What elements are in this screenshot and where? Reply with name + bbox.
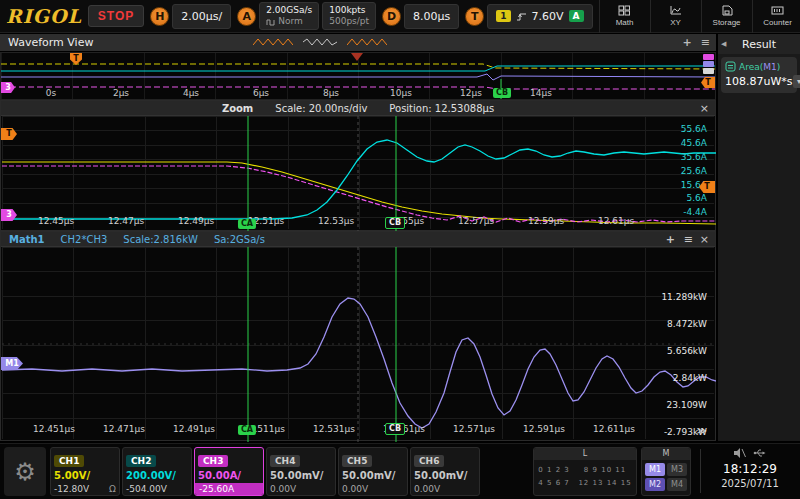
dropdown-icon[interactable]: ▾ [793, 75, 800, 88]
axis-label: 35.6A [681, 152, 707, 162]
overview-strip[interactable]: 0s 2μs 4μs 6μs 8μs 10μs 12μs 14μs T 3 CB… [0, 52, 716, 100]
storage-menu-button[interactable]: Storage [701, 0, 752, 33]
expand-icon[interactable]: ≫ [697, 425, 707, 436]
memory-depth-box[interactable]: 100kpts 500ps/pt [322, 2, 376, 31]
cursor-b-badge[interactable]: CB [385, 217, 405, 229]
rigol-logo: RIGOL [6, 5, 82, 27]
horizontal-scale-box[interactable]: 2.00μs/ [172, 4, 231, 29]
acquire-mode-icon [266, 18, 275, 26]
math4-button[interactable]: M4 [667, 478, 687, 491]
trigger-sweep-chip[interactable]: A [569, 10, 584, 23]
pan-icon[interactable]: + [666, 232, 675, 247]
channel-block-ch4[interactable]: CH4 50.00mV/ 0.00V [266, 447, 336, 496]
cursor-b-badge-overview[interactable]: CB [493, 88, 511, 98]
math1-button[interactable]: M1 [645, 463, 665, 476]
pan-icon[interactable]: + [683, 34, 692, 51]
close-icon[interactable]: × [700, 232, 709, 247]
sample-rate: 2.00GSa/s [266, 5, 312, 16]
channel-block-ch2[interactable]: CH2 200.00V/ -504.00V [122, 447, 192, 496]
cursor-b-badge[interactable]: CB [385, 423, 405, 435]
trigger-settings-box[interactable]: 1 7.60V A [487, 4, 592, 29]
counter-menu-button[interactable]: Counter [752, 0, 800, 33]
trigger-level: 7.60V [532, 10, 564, 23]
zoom-traces [2, 116, 716, 232]
time-label: 10μs [390, 88, 412, 98]
time-label: 12.531μs [313, 424, 355, 434]
trace-ch1 [2, 162, 716, 224]
marker-tag-purple [703, 61, 714, 67]
trace-ch3 [2, 166, 716, 222]
horizontal-controls: H 2.00μs/ [150, 4, 231, 29]
xy-menu-button[interactable]: XY [650, 0, 701, 33]
math-expression: CH2*CH3 [61, 234, 108, 245]
measurement-result-card[interactable]: Area(M1) 108.87uW*s ▾ [721, 57, 797, 93]
channel-block-ch5[interactable]: CH5 50.00mV/ 0.00V [338, 447, 408, 496]
clock-area: 18:12:29 2025/07/11 [703, 448, 797, 489]
axis-label: 55.6A [681, 124, 707, 134]
logic-analyzer-block[interactable]: L 0 1 2 3 4 5 6 7 8 9 10 11 12 13 14 15 [533, 447, 637, 496]
time-label: 12.53μs [318, 216, 354, 226]
storage-menu-label: Storage [713, 18, 741, 27]
tab-waveform-view[interactable]: Waveform View [0, 36, 93, 49]
system-date: 2025/07/11 [703, 478, 797, 489]
acquire-knob[interactable]: A [237, 7, 256, 26]
math-menu-button[interactable]: Math [599, 0, 650, 33]
math-scale: Scale:2.816kW [123, 234, 198, 245]
la-label: L [534, 448, 636, 460]
waveform-view-tabbar: Waveform View + ≡ [0, 34, 716, 51]
channel-block-ch3[interactable]: CH3 50.00A/ -25.60A [194, 447, 264, 496]
zoom-plot[interactable] [2, 116, 714, 229]
time-label: 12.57μs [458, 216, 494, 226]
channel-label: CH1 [54, 455, 84, 467]
delay-value-box[interactable]: 8.00μs [404, 4, 459, 29]
delay-position-marker[interactable] [351, 53, 363, 61]
acquire-mode: Norm [278, 16, 303, 27]
trigger-knob[interactable]: T [465, 7, 484, 26]
math-plot[interactable] [2, 247, 714, 439]
trace-m1 [2, 298, 716, 428]
channel-label: CH2 [126, 455, 156, 467]
math-header[interactable]: Math1 CH2*CH3 Scale:2.816kW Sa:2GSa/s + … [1, 232, 715, 247]
math2-button[interactable]: M2 [645, 478, 665, 491]
channel-offset: 0.00V [342, 483, 404, 495]
la-digits-0-7[interactable]: 0 1 2 3 4 5 6 7 [538, 464, 570, 489]
settings-gear-button[interactable]: ⚙ [4, 447, 46, 496]
channel-offset: -504.00V [126, 483, 188, 495]
cursor-a-badge[interactable]: CA [238, 219, 256, 229]
counter-menu-label: Counter [763, 18, 791, 27]
math-panel: Math1 CH2*CH3 Scale:2.816kW Sa:2GSa/s + … [0, 231, 716, 441]
menu-icon[interactable]: ≡ [701, 34, 710, 51]
zoom-panel: Zoom Scale: 20.00ns/div Position: 12.530… [0, 100, 716, 231]
math3-button[interactable]: M3 [667, 463, 687, 476]
run-stop-button[interactable]: STOP [88, 5, 144, 27]
cursor-a-badge[interactable]: CA [238, 425, 256, 435]
trigger-controls: T 1 7.60V A [465, 4, 592, 29]
axis-label: 8.472kW [667, 319, 707, 329]
m-label: M [642, 448, 690, 460]
measurement-value: 108.87uW*s [725, 75, 793, 88]
collapse-icon[interactable]: ◀ [721, 40, 726, 48]
zoom-title: Zoom [222, 103, 253, 114]
marker-tag-white [703, 68, 714, 74]
channel-block-ch1[interactable]: CH1 5.00V/ -12.80V Ω [50, 447, 120, 496]
sample-rate-box[interactable]: 2.00GSa/s Norm [259, 2, 319, 31]
menu-icon[interactable]: ≡ [684, 232, 693, 247]
waveform-pattern-strip [253, 37, 387, 47]
zoom-header[interactable]: Zoom Scale: 20.00ns/div Position: 12.530… [1, 101, 715, 116]
close-icon[interactable]: × [700, 101, 709, 116]
channel-scale: 50.00mV/ [270, 469, 332, 482]
waveform-pattern-icon-3 [347, 37, 387, 47]
oscilloscope-screen: RIGOL STOP H 2.00μs/ A 2.00GSa/s Norm 10… [0, 0, 800, 499]
delay-knob[interactable]: D [382, 7, 401, 26]
la-digits-8-15[interactable]: 8 9 10 11 12 13 14 15 [578, 464, 631, 489]
channel-block-ch6[interactable]: CH6 50.00mV/ 0.00V [410, 447, 480, 496]
time-label: 4μs [183, 88, 199, 98]
impedance-label: Ω [109, 483, 116, 495]
horizontal-knob[interactable]: H [150, 7, 169, 26]
trigger-source-chip[interactable]: 1 [496, 10, 510, 23]
channel-scale: 50.00mV/ [414, 469, 476, 482]
time-label: 12.451μs [33, 424, 75, 434]
axis-label: 2.84kW [673, 373, 707, 383]
time-label: 12.49μs [178, 216, 214, 226]
memory-depth: 100kpts [329, 5, 365, 16]
